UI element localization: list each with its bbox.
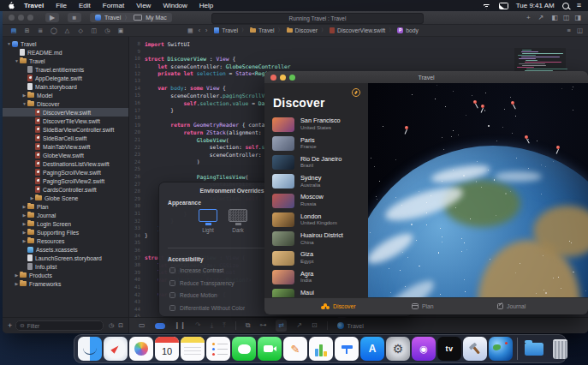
file-row-products[interactable]: ▶Products xyxy=(3,271,129,279)
destination-row-london[interactable]: LondonUnited Kingdom xyxy=(264,211,368,230)
file-row-travel-entitlements[interactable]: Travel.entitlements xyxy=(3,65,129,74)
code-line-8[interactable]: 8import SwiftUI xyxy=(129,40,588,48)
back-button[interactable]: ‹ xyxy=(199,27,200,33)
disclosure-triangle-icon[interactable]: ▶ xyxy=(21,204,27,209)
file-row-discoverview-swift[interactable]: DiscoverView.swift xyxy=(3,108,129,117)
related-items-button[interactable]: ▦ xyxy=(187,27,193,34)
file-row-sidebarcell-swift[interactable]: SideBarCell.swift xyxy=(3,134,129,142)
disclosure-triangle-icon[interactable]: ▼ xyxy=(6,41,12,46)
debug-navigator-icon[interactable]: ◫ xyxy=(89,25,99,36)
menu-item-travel[interactable]: Travel xyxy=(18,0,50,11)
dock-icon-messages[interactable] xyxy=(232,337,256,361)
dock-icon-travel[interactable] xyxy=(489,337,513,361)
dock-icon-tv[interactable]: tv xyxy=(437,337,461,361)
file-row-assets-xcassets[interactable]: Assets.xcassets xyxy=(3,245,129,254)
file-row-journal[interactable]: ▶Journal xyxy=(3,211,129,219)
disclosure-triangle-icon[interactable]: ▶ xyxy=(14,281,20,286)
step-out-icon[interactable]: ⤒ xyxy=(223,320,226,332)
dock-icon-trash[interactable] xyxy=(548,337,572,361)
travel-titlebar[interactable]: Travel xyxy=(264,71,588,84)
project-navigator-icon[interactable]: ▤ xyxy=(9,25,19,36)
control-center-icon[interactable]: ≡ xyxy=(577,0,581,11)
appearance-option-light[interactable]: Light xyxy=(191,209,225,233)
destination-row-sydney[interactable]: SydneyAustralia xyxy=(264,172,368,191)
source-control-navigator-icon[interactable]: ⊞ xyxy=(22,25,33,36)
file-row-globe-scene[interactable]: ▶Globe Scene xyxy=(3,194,129,202)
earth-globe[interactable] xyxy=(368,146,588,298)
environment-overrides-icon[interactable]: ⇄ xyxy=(276,320,287,332)
dock-icon-safari[interactable] xyxy=(104,337,128,361)
dock-icon-photos[interactable] xyxy=(129,337,153,361)
dock-icon-finder[interactable] xyxy=(78,337,102,361)
toggle-inspector-button[interactable]: ◨ xyxy=(574,14,581,21)
destination-row-paris[interactable]: ParisFrance xyxy=(264,134,368,153)
disclosure-triangle-icon[interactable]: ▼ xyxy=(21,101,27,106)
file-row-maintabview-swift[interactable]: MainTabView.swift xyxy=(3,142,129,151)
zoom-button[interactable] xyxy=(289,75,295,81)
breadcrumb-travel[interactable]: Travel xyxy=(214,27,238,33)
file-row-discovertileview-swift[interactable]: DiscoverTileView.swift xyxy=(3,117,129,125)
dock-icon-podcasts[interactable]: ◉ xyxy=(412,337,436,361)
run-button[interactable]: ▶ xyxy=(45,13,59,22)
destination-pin[interactable] xyxy=(511,101,514,105)
toggle-debug-area-button[interactable]: ◫ xyxy=(563,14,570,21)
destination-pin[interactable] xyxy=(473,100,477,104)
file-row-pagingscrollview-swift[interactable]: PagingScrollView.swift xyxy=(3,168,129,177)
code-line-11[interactable]: 11 let sceneController: GlobeSceneContro… xyxy=(129,63,588,70)
source-control-status-icon[interactable]: ⊡ xyxy=(118,322,123,329)
toggle-navigator-button[interactable]: ◧ xyxy=(551,14,558,21)
file-row-cardscontroller-swift[interactable]: CardsController.swift xyxy=(3,185,129,194)
zoom-button[interactable] xyxy=(27,15,33,21)
breadcrumb-travel[interactable]: Travel xyxy=(250,27,275,33)
file-row-discover[interactable]: ▼Discover xyxy=(3,99,129,108)
file-row-pagingscrollview2-swift[interactable]: PagingScrollView2.swift xyxy=(3,177,129,185)
file-row-globeview-swift[interactable]: GlobeView.swift xyxy=(3,151,129,159)
disclosure-triangle-icon[interactable]: ▶ xyxy=(29,195,35,200)
file-row-appdelegate-swift[interactable]: AppDelegate.swift xyxy=(3,74,129,82)
disclosure-triangle-icon[interactable]: ▶ xyxy=(14,272,20,278)
add-editor-button[interactable]: ◫ xyxy=(577,27,583,34)
symbol-navigator-icon[interactable]: ≣ xyxy=(35,25,45,36)
file-row-launchscreen-storyboard[interactable]: LaunchScreen.storyboard xyxy=(3,254,129,262)
filter-input[interactable]: ⊙ Filter xyxy=(15,320,104,331)
file-row-travel[interactable]: ▼Travel xyxy=(3,39,129,48)
breadcrumb-discover[interactable]: Discover xyxy=(287,27,318,33)
file-row-travel[interactable]: ▼Travel xyxy=(3,57,129,65)
destination-row-maui[interactable]: MauiUnited States xyxy=(264,287,368,298)
dock-icon-calendar[interactable]: 10 xyxy=(155,337,179,361)
adjust-editor-options-icon[interactable]: ≡ xyxy=(567,27,571,34)
breadcrumb-body[interactable]: Pbody xyxy=(397,27,419,33)
close-button[interactable] xyxy=(270,75,276,81)
destination-pin[interactable] xyxy=(525,135,528,139)
breakpoints-toggle-icon[interactable] xyxy=(155,323,165,329)
menu-item-view[interactable]: View xyxy=(130,0,157,11)
code-review-button[interactable]: ↗ xyxy=(538,14,544,21)
step-into-icon[interactable]: ⤓ xyxy=(211,320,214,332)
checkbox-differentiate-without-color[interactable]: Differentiate Without Color xyxy=(169,305,245,311)
breadcrumb-discoverview-swift[interactable]: DiscoverView.swift xyxy=(330,27,385,33)
dock-icon-reminders[interactable] xyxy=(206,337,230,361)
hide-debug-area-icon[interactable]: ▭ xyxy=(139,320,146,332)
tab-plan[interactable]: Plan xyxy=(412,303,434,309)
spotlight-search-icon[interactable] xyxy=(562,3,569,9)
dock-icon-notes[interactable] xyxy=(181,337,205,361)
disclosure-triangle-icon[interactable]: ▶ xyxy=(21,221,27,226)
recent-files-icon[interactable]: ◷ xyxy=(109,322,114,329)
destination-pin[interactable] xyxy=(481,105,484,108)
file-row-resources[interactable]: ▶Resources xyxy=(3,236,129,245)
menu-item-help[interactable]: Help xyxy=(193,0,219,11)
file-row-sidebarviewcontroller-swift[interactable]: SideBarViewController.swift xyxy=(3,125,129,134)
destination-row-huairou-district[interactable]: Huairou DistrictChina xyxy=(264,230,368,248)
dock-icon-downloads[interactable] xyxy=(522,337,546,361)
tab-discover[interactable]: Discover xyxy=(321,303,355,309)
file-row-supporting-files[interactable]: ▶Supporting Files xyxy=(3,228,129,236)
dock-icon-facetime[interactable] xyxy=(258,337,282,361)
forward-button[interactable]: › xyxy=(205,27,207,33)
menu-item-file[interactable]: File xyxy=(50,0,73,11)
view-hierarchy-icon[interactable]: ⧉ xyxy=(246,320,251,332)
destination-pin[interactable] xyxy=(556,146,560,149)
code-line-9[interactable]: 9 xyxy=(129,48,588,56)
scheme-selector[interactable]: Travel 〉 My Mac xyxy=(90,13,172,22)
file-row-readme-md[interactable]: README.md xyxy=(3,48,129,57)
test-navigator-icon[interactable]: ◇ xyxy=(75,25,86,36)
